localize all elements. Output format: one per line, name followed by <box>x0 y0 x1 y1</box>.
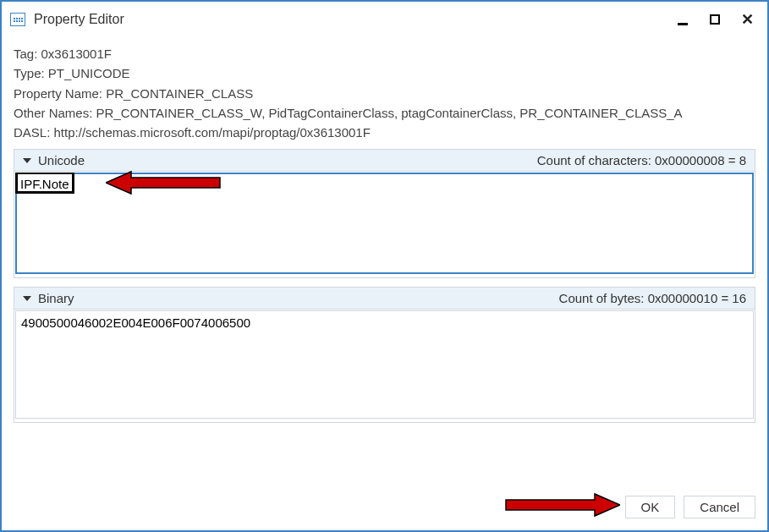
unicode-count-label: Count of characters: 0x00000008 = 8 <box>537 153 746 167</box>
dasl-value: http://schemas.microsoft.com/mapi/propta… <box>54 125 371 140</box>
type-label: Type: <box>14 66 45 80</box>
cancel-button[interactable]: Cancel <box>684 496 755 518</box>
binary-textarea[interactable] <box>15 310 754 419</box>
binary-count-label: Count of bytes: 0x00000010 = 16 <box>559 291 746 305</box>
tag-label: Tag: <box>14 47 37 61</box>
ok-button[interactable]: OK <box>625 496 676 518</box>
app-icon <box>10 13 25 26</box>
binary-panel-body <box>14 310 755 422</box>
minimize-button[interactable] <box>674 11 691 28</box>
property-editor-window: Property Editor ✕ Tag: 0x3613001F Type: … <box>0 0 769 532</box>
unicode-panel-body: IPF.Note <box>14 172 755 277</box>
chevron-down-icon <box>23 158 31 163</box>
tag-value: 0x3613001F <box>41 47 112 61</box>
binary-header-label: Binary <box>38 291 74 305</box>
unicode-panel: Unicode Count of characters: 0x00000008 … <box>14 149 755 278</box>
chevron-down-icon <box>23 296 31 301</box>
unicode-panel-header[interactable]: Unicode Count of characters: 0x00000008 … <box>14 150 755 172</box>
property-name-value: PR_CONTAINER_CLASS <box>106 86 253 101</box>
property-name-label: Property Name: <box>14 86 102 101</box>
binary-panel-header[interactable]: Binary Count of bytes: 0x00000010 = 16 <box>14 288 755 310</box>
title-bar: Property Editor ✕ <box>2 2 767 36</box>
other-names-label: Other Names: <box>14 106 92 120</box>
unicode-header-label: Unicode <box>38 153 85 167</box>
content-area: Tag: 0x3613001F Type: PT_UNICODE Propert… <box>2 36 767 530</box>
window-title: Property Editor <box>34 12 124 27</box>
unicode-textarea[interactable] <box>15 173 754 274</box>
other-names-value: PR_CONTAINER_CLASS_W, PidTagContainerCla… <box>96 106 683 120</box>
dasl-label: DASL: <box>14 125 50 140</box>
button-row: OK Cancel <box>14 487 755 518</box>
svg-marker-1 <box>506 494 620 516</box>
maximize-button[interactable] <box>706 11 723 28</box>
close-button[interactable]: ✕ <box>739 11 755 28</box>
binary-panel: Binary Count of bytes: 0x00000010 = 16 <box>14 287 755 423</box>
property-info: Tag: 0x3613001F Type: PT_UNICODE Propert… <box>14 44 755 142</box>
annotation-arrow-icon <box>502 492 620 518</box>
window-controls: ✕ <box>674 11 759 28</box>
type-value: PT_UNICODE <box>48 66 130 80</box>
